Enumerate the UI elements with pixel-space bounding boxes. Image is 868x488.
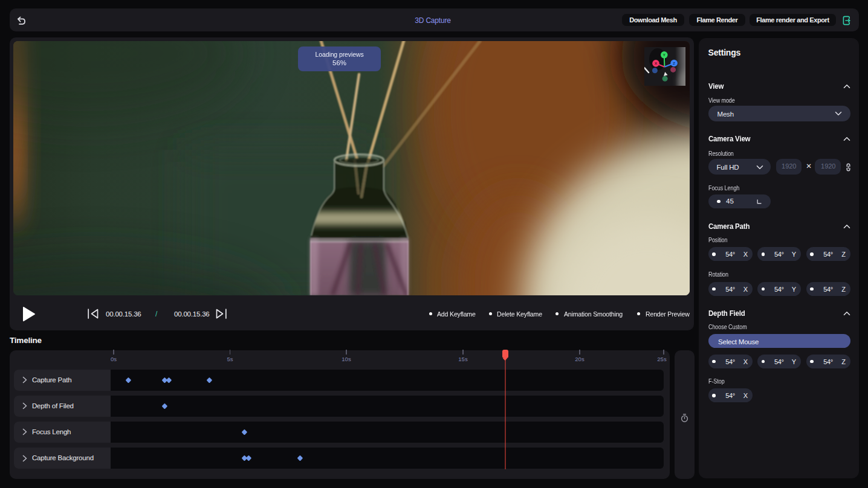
svg-text:Y: Y — [663, 53, 666, 57]
svg-text:X: X — [655, 62, 657, 65]
svg-text:Z: Z — [673, 62, 675, 65]
